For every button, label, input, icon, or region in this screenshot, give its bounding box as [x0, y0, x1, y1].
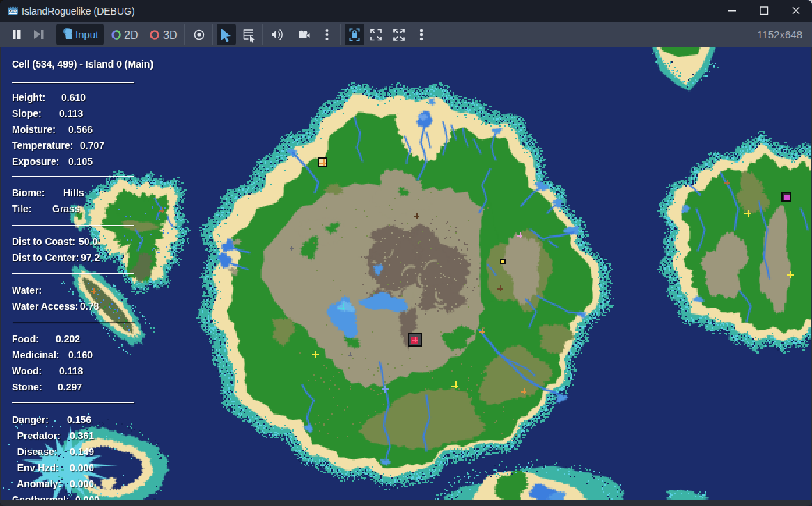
svg-text:Input: Input	[75, 29, 99, 40]
svg-text:3D: 3D	[163, 29, 177, 41]
svg-text:2D: 2D	[124, 29, 138, 41]
